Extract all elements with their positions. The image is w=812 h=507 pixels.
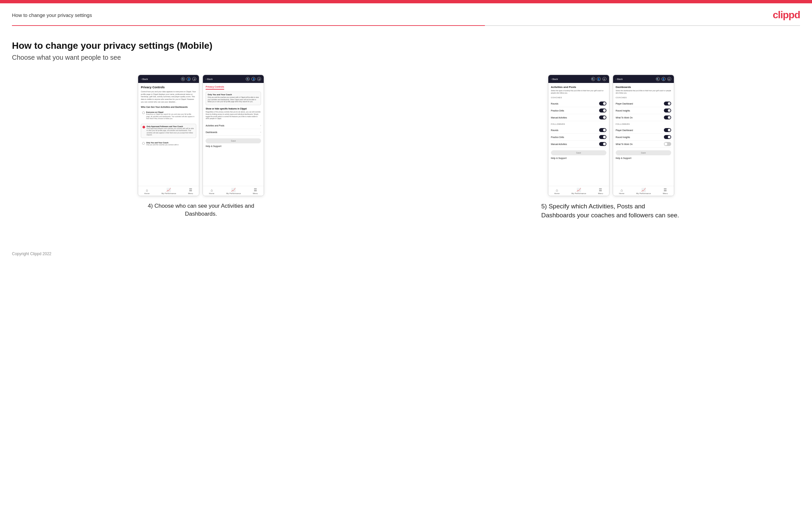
footer-perf-label-1: My Performance: [161, 192, 176, 194]
footer-menu-3[interactable]: ☰ Menu: [598, 188, 603, 194]
profile-icon-4[interactable]: 👤: [662, 77, 666, 81]
phone-screen-2: ‹ Back 🔍 👤 ⚙ Privacy Controls Only You a…: [203, 75, 264, 196]
phone-body-1: Privacy Controls Control how you and you…: [138, 83, 199, 186]
search-icon-1[interactable]: 🔍: [181, 77, 185, 81]
back-button-3[interactable]: ‹ Back: [551, 78, 558, 80]
menu-icon-4: ☰: [664, 188, 667, 192]
top-stripe: [0, 0, 812, 3]
header-icons-4: 🔍 👤 ⚙: [656, 77, 671, 81]
search-icon-2[interactable]: 🔍: [246, 77, 250, 81]
phone-footer-2: ⌂ Home 📈 My Performance ☰ Menu: [203, 186, 264, 196]
profile-icon-1[interactable]: 👤: [187, 77, 191, 81]
toggle-coaches-what-to-work-label: What To Work On: [616, 116, 633, 119]
footer-home-1[interactable]: ⌂ Home: [144, 188, 149, 194]
back-button-1[interactable]: ‹ Back: [141, 78, 148, 80]
footer-menu-label-3: Menu: [598, 192, 603, 194]
header-icons-3: 🔍 👤 ⚙: [591, 77, 606, 81]
header-title: How to change your privacy settings: [12, 12, 92, 18]
toggle-switch-followers-what-to-work[interactable]: [664, 142, 671, 146]
help-support-4: Help & Support: [616, 155, 671, 160]
footer-menu-2[interactable]: ☰ Menu: [253, 188, 258, 194]
save-button-2[interactable]: Save: [206, 138, 261, 143]
footer-perf-2[interactable]: 📈 My Performance: [226, 188, 241, 194]
option-approved[interactable]: Only Approved Followers and Your Coach O…: [141, 124, 196, 138]
toggle-switch-followers-round-insights[interactable]: [664, 135, 671, 139]
toggle-switch-coaches-player-dash[interactable]: [664, 102, 671, 106]
show-section-text: Regardless of the privacy controls that …: [206, 111, 261, 120]
save-button-3[interactable]: Save: [551, 150, 606, 155]
page-heading: How to change your privacy settings (Mob…: [12, 41, 800, 51]
help-support-2: Help & Support: [206, 143, 261, 148]
toggle-followers-rounds: Rounds: [551, 127, 606, 134]
radio-coach-only[interactable]: [142, 142, 145, 145]
toggle-coaches-drills-label: Practice Drills: [551, 110, 564, 112]
radio-everyone[interactable]: [142, 111, 145, 114]
toggle-switch-coaches-rounds[interactable]: [599, 102, 606, 106]
footer-home-2[interactable]: ⌂ Home: [209, 188, 214, 194]
back-button-2[interactable]: ‹ Back: [206, 78, 212, 80]
show-section-title: Show or hide specific features in Clippd: [206, 108, 261, 110]
toggle-coaches-drills: Practice Drills: [551, 107, 606, 114]
settings-icon-1[interactable]: ⚙: [192, 77, 196, 81]
toggle-switch-coaches-what-to-work[interactable]: [664, 115, 671, 119]
toggle-switch-followers-manual[interactable]: [599, 142, 606, 146]
menu-item-dashboards[interactable]: Dashboards ›: [206, 129, 261, 136]
toggle-switch-followers-drills[interactable]: [599, 135, 606, 139]
toggle-followers-rounds-label: Rounds: [551, 129, 558, 131]
radio-approved[interactable]: [143, 126, 145, 128]
info-box-text: Only you and the coaches you connect wit…: [208, 97, 259, 103]
search-icon-3[interactable]: 🔍: [591, 77, 595, 81]
footer-home-label-2: Home: [209, 192, 214, 194]
search-icon-4[interactable]: 🔍: [656, 77, 660, 81]
screen1-section-label: Who Can See Your Activities and Dashboar…: [141, 106, 196, 108]
footer-home-3[interactable]: ⌂ Home: [554, 188, 560, 194]
toggle-switch-followers-player-dash[interactable]: [664, 128, 671, 132]
toggle-coaches-player-dash: Player Dashboard: [616, 100, 671, 107]
save-button-4[interactable]: Save: [616, 150, 671, 155]
perf-icon-4: 📈: [641, 188, 646, 192]
footer-perf-3[interactable]: 📈 My Performance: [571, 188, 586, 194]
option-coach-only-label: Only You and Your Coach: [146, 142, 179, 144]
screenshot-pair-2: ‹ Back 🔍 👤 ⚙ Activities and Posts Select…: [548, 75, 674, 196]
menu-item-activities[interactable]: Activities and Posts ›: [206, 122, 261, 129]
footer-home-label-1: Home: [144, 192, 149, 194]
option-everyone[interactable]: Everyone on Clippd Everyone on Clippd ca…: [141, 110, 196, 121]
footer-menu-1[interactable]: ☰ Menu: [188, 188, 193, 194]
screen3-desc: Select the types of activity that you'd …: [551, 90, 606, 94]
caption-1: 4) Choose who can see your Activities an…: [140, 202, 262, 218]
settings-icon-3[interactable]: ⚙: [602, 77, 606, 81]
footer-home-4[interactable]: ⌂ Home: [619, 188, 624, 194]
toggle-followers-manual-label: Manual Activities: [551, 143, 567, 145]
option-coach-only[interactable]: Only You and Your Coach Only you and the…: [141, 140, 196, 147]
coaches-label-4: COACHES: [616, 97, 671, 99]
profile-icon-2[interactable]: 👤: [251, 77, 255, 81]
footer-perf-1[interactable]: 📈 My Performance: [161, 188, 176, 194]
screen4-desc: Select the dashboards that you'd like to…: [616, 90, 671, 94]
caption-2: 5) Specify which Activities, Posts and D…: [541, 202, 681, 220]
footer-perf-4[interactable]: 📈 My Performance: [636, 188, 651, 194]
toggle-switch-coaches-manual[interactable]: [599, 115, 606, 119]
toggle-switch-followers-rounds[interactable]: [599, 128, 606, 132]
screenshot-pair-1: ‹ Back 🔍 👤 ⚙ Privacy Controls Control ho…: [138, 75, 264, 196]
footer-menu-4[interactable]: ☰ Menu: [663, 188, 668, 194]
settings-icon-2[interactable]: ⚙: [257, 77, 261, 81]
profile-icon-3[interactable]: 👤: [597, 77, 601, 81]
toggle-followers-player-dash-label: Player Dashboard: [616, 129, 633, 131]
toggle-followers-round-insights: Round Insights: [616, 134, 671, 141]
toggle-switch-coaches-round-insights[interactable]: [664, 109, 671, 112]
toggle-coaches-round-insights: Round Insights: [616, 107, 671, 114]
screen3-title: Activities and Posts: [551, 86, 606, 89]
toggle-switch-coaches-drills[interactable]: [599, 109, 606, 112]
phone-header-1: ‹ Back 🔍 👤 ⚙: [138, 75, 199, 83]
screenshots-row: ‹ Back 🔍 👤 ⚙ Privacy Controls Control ho…: [12, 75, 800, 220]
help-support-3: Help & Support: [551, 155, 606, 160]
perf-icon-3: 📈: [576, 188, 581, 192]
back-button-4[interactable]: ‹ Back: [616, 78, 623, 80]
followers-label-3: FOLLOWERS: [551, 123, 606, 125]
group-left: ‹ Back 🔍 👤 ⚙ Privacy Controls Control ho…: [12, 75, 390, 218]
phone-body-4: Dashboards Select the dashboards that yo…: [613, 83, 674, 186]
toggle-coaches-rounds: Rounds: [551, 100, 606, 107]
chevron-dashboards: ›: [260, 131, 261, 134]
footer-menu-label-2: Menu: [253, 192, 258, 194]
settings-icon-4[interactable]: ⚙: [667, 77, 671, 81]
